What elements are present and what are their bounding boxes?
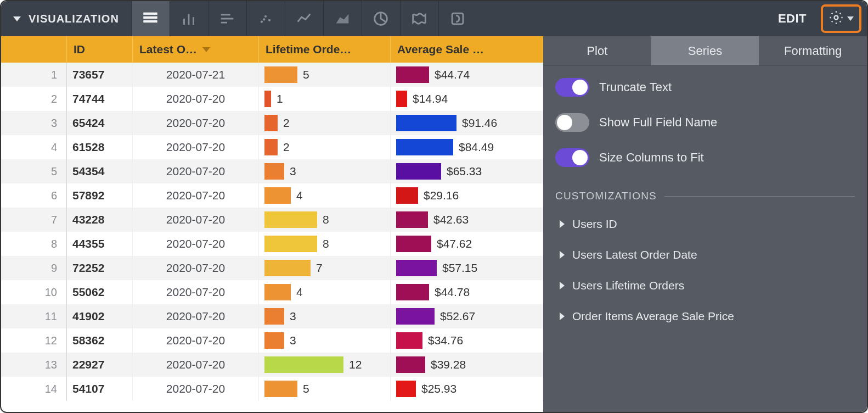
- vis-type-map[interactable]: [400, 1, 438, 36]
- orders-bar: [264, 332, 284, 349]
- customization-item[interactable]: Order Items Average Sale Price: [543, 301, 867, 332]
- chevron-right-icon: [560, 220, 565, 228]
- avg-bar: [396, 260, 437, 276]
- table-row[interactable]: 1736572020-07-215$44.74: [1, 63, 543, 87]
- table-row[interactable]: 9722522020-07-207$57.15: [1, 256, 543, 280]
- orders-value: 1: [277, 92, 283, 105]
- cell-orders: 2: [259, 135, 391, 159]
- header-rownum[interactable]: [1, 36, 67, 63]
- cell-avg: $44.74: [391, 63, 543, 87]
- vis-type-table[interactable]: [131, 1, 170, 36]
- table-row[interactable]: 3654242020-07-202$91.46: [1, 111, 543, 135]
- cell-avg: $42.63: [391, 208, 543, 232]
- visualization-toggle[interactable]: VISUALIZATION: [1, 1, 131, 36]
- customization-label: Order Items Average Sale Price: [572, 310, 734, 323]
- vis-type-column[interactable]: [170, 1, 208, 36]
- table-scroll[interactable]: ID Latest O… Lifetime Orde… Average Sale…: [1, 36, 543, 412]
- avg-value: $29.16: [424, 189, 459, 202]
- header-latest-order-label: Latest O…: [139, 43, 197, 56]
- content: ID Latest O… Lifetime Orde… Average Sale…: [1, 36, 867, 412]
- table-row[interactable]: 8443552020-07-208$47.62: [1, 232, 543, 256]
- table-row[interactable]: 4615282020-07-202$84.49: [1, 135, 543, 159]
- header-average-sale[interactable]: Average Sale …: [391, 36, 543, 63]
- avg-bar: [396, 332, 422, 349]
- vis-type-pie[interactable]: [362, 1, 400, 36]
- vis-type-scatter[interactable]: [246, 1, 285, 36]
- table-row[interactable]: 11419022020-07-203$52.67: [1, 304, 543, 328]
- toggle-row: Truncate Text: [555, 78, 855, 97]
- row-number: 11: [1, 304, 67, 328]
- cell-avg: $25.93: [391, 377, 543, 401]
- toggle-switch[interactable]: [555, 78, 589, 97]
- cell-date: 2020-07-20: [133, 159, 259, 183]
- cell-date: 2020-07-20: [133, 377, 259, 401]
- tab-series[interactable]: Series: [651, 36, 759, 65]
- chevron-right-icon: [560, 312, 565, 320]
- avg-value: $65.33: [447, 165, 482, 178]
- vis-type-line[interactable]: [285, 1, 323, 36]
- cell-id: 57892: [67, 183, 133, 208]
- customization-item[interactable]: Users ID: [543, 209, 867, 239]
- table-row[interactable]: 2747442020-07-201$14.94: [1, 87, 543, 111]
- chevron-right-icon: [560, 282, 565, 289]
- table-row[interactable]: 5543542020-07-203$65.33: [1, 159, 543, 183]
- cell-date: 2020-07-21: [133, 63, 259, 87]
- cell-id: 43228: [67, 208, 133, 232]
- row-number: 4: [1, 135, 67, 159]
- toggle-label: Truncate Text: [599, 80, 672, 94]
- row-number: 7: [1, 208, 67, 232]
- header-lifetime-orders[interactable]: Lifetime Orde…: [259, 36, 391, 63]
- chevron-right-icon: [560, 251, 565, 259]
- avg-bar: [396, 139, 453, 155]
- caret-down-icon: [13, 16, 21, 21]
- table-row[interactable]: 14541072020-07-205$25.93: [1, 377, 543, 401]
- side-tabs: PlotSeriesFormatting: [543, 36, 867, 66]
- edit-label: EDIT: [764, 12, 821, 26]
- table-row[interactable]: 12583622020-07-203$34.76: [1, 328, 543, 353]
- row-number: 8: [1, 232, 67, 256]
- table-row[interactable]: 10550622020-07-204$44.78: [1, 280, 543, 304]
- orders-bar: [264, 284, 291, 300]
- customizations-label: CUSTOMIZATIONS: [555, 190, 657, 202]
- cell-avg: $91.46: [391, 111, 543, 135]
- avg-value: $39.28: [431, 358, 466, 371]
- cell-avg: $34.76: [391, 328, 543, 353]
- cell-orders: 5: [259, 377, 391, 401]
- cell-id: 41902: [67, 304, 133, 328]
- customization-item[interactable]: Users Lifetime Orders: [543, 270, 867, 301]
- orders-value: 4: [296, 286, 303, 299]
- customizations-list: Users IDUsers Latest Order DateUsers Lif…: [543, 209, 867, 332]
- vis-type-area[interactable]: [323, 1, 362, 36]
- customization-label: Users Lifetime Orders: [572, 279, 684, 292]
- tab-formatting[interactable]: Formatting: [759, 36, 867, 65]
- cell-id: 55062: [67, 280, 133, 304]
- orders-value: 7: [316, 261, 323, 275]
- divider: [664, 196, 855, 197]
- cell-orders: 5: [259, 63, 391, 87]
- svg-rect-0: [144, 13, 158, 15]
- cell-id: 22927: [67, 353, 133, 377]
- vis-type-single[interactable]: [438, 1, 477, 36]
- cell-avg: $14.94: [391, 87, 543, 111]
- toggle-label: Show Full Field Name: [599, 115, 717, 130]
- avg-value: $57.15: [442, 261, 477, 275]
- toggle-switch[interactable]: [555, 113, 589, 132]
- row-number: 14: [1, 377, 67, 401]
- tab-plot[interactable]: Plot: [543, 36, 651, 65]
- cell-date: 2020-07-20: [133, 304, 259, 328]
- table-pane: ID Latest O… Lifetime Orde… Average Sale…: [1, 36, 543, 412]
- settings-button[interactable]: [821, 4, 861, 33]
- avg-bar: [396, 91, 407, 107]
- header-latest-order[interactable]: Latest O…: [133, 36, 259, 63]
- table-row[interactable]: 7432282020-07-208$42.63: [1, 208, 543, 232]
- table-row[interactable]: 13229272020-07-2012$39.28: [1, 353, 543, 377]
- orders-bar: [264, 139, 278, 155]
- customization-item[interactable]: Users Latest Order Date: [543, 239, 867, 270]
- vis-type-bar[interactable]: [208, 1, 246, 36]
- cell-date: 2020-07-20: [133, 183, 259, 208]
- topbar: VISUALIZATION EDIT: [1, 1, 867, 36]
- table-row[interactable]: 6578922020-07-204$29.16: [1, 183, 543, 208]
- header-id[interactable]: ID: [67, 36, 133, 63]
- toggle-switch[interactable]: [555, 148, 589, 167]
- customizations-section: CUSTOMIZATIONS: [555, 190, 855, 202]
